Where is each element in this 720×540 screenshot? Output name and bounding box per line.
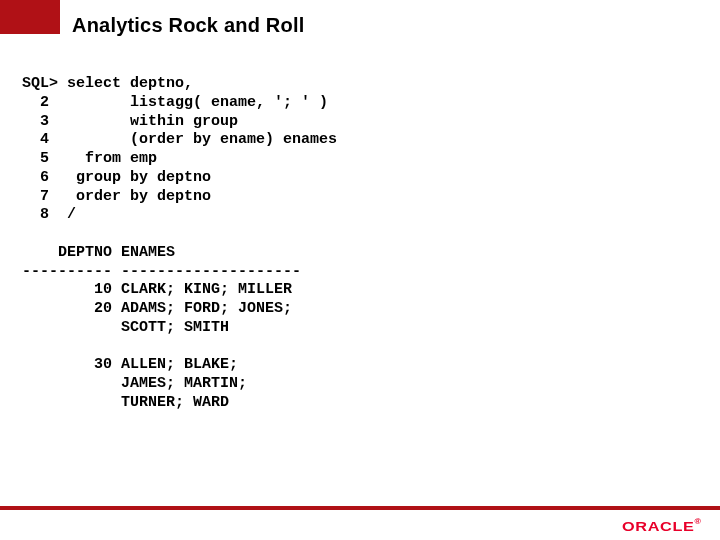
registered-mark-icon: ®	[695, 518, 702, 525]
header-accent-block	[0, 0, 60, 34]
footer-accent-bar	[0, 506, 720, 510]
sql-code-block: SQL> select deptno, 2 listagg( ename, ';…	[22, 75, 337, 413]
oracle-logo: ORACLE®	[623, 519, 702, 534]
slide-title: Analytics Rock and Roll	[72, 14, 304, 37]
oracle-logo-text: ORACLE	[623, 519, 695, 534]
